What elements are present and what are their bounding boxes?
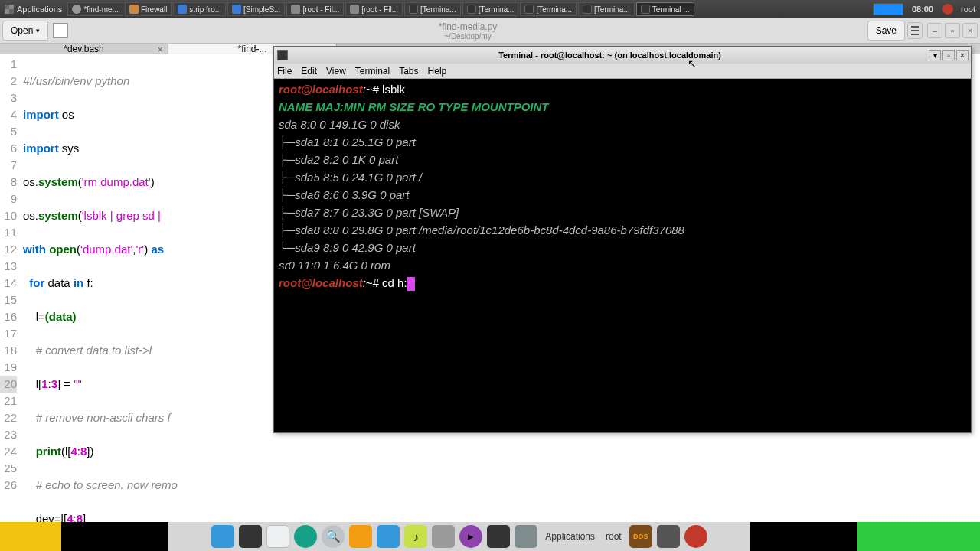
lsblk-row: ├─sda6 8:6 0 3.9G 0 part <box>279 186 966 204</box>
terminal-body[interactable]: root@localhost:~# lsblk NAME MAJ:MIN RM … <box>274 79 971 432</box>
dosbox-launcher[interactable]: DOS <box>629 525 652 548</box>
applications-menu[interactable]: Applications <box>0 5 67 14</box>
files-icon <box>350 5 359 14</box>
browser-launcher[interactable] <box>294 525 317 548</box>
taskbar: *find-me... Firewall strip fro... [Simpl… <box>67 2 871 17</box>
save-button[interactable]: Save <box>867 21 905 41</box>
dock-apps-label[interactable]: Applications <box>542 531 598 542</box>
record-launcher[interactable] <box>684 525 707 548</box>
clock[interactable]: 08:00 <box>906 5 939 14</box>
task-term2[interactable]: [Termina... <box>462 2 519 16</box>
menu-view[interactable]: View <box>326 66 346 77</box>
terminal-title: Terminal - root@localhost: ~ (on localho… <box>291 51 929 60</box>
dock-segment-black[interactable] <box>61 522 168 551</box>
task-simples[interactable]: [SimpleS... <box>227 2 285 16</box>
maximize-button[interactable]: ▫ <box>942 50 955 60</box>
window-title: *find-media.py ~/Desktop/my <box>68 21 867 41</box>
files-launcher[interactable] <box>211 525 234 548</box>
menu-help[interactable]: Help <box>428 66 447 77</box>
task-find-me[interactable]: *find-me... <box>67 2 123 16</box>
terminal-menubar: File Edit View Terminal Tabs Help <box>274 64 971 79</box>
lsblk-row: └─sda9 8:9 0 42.9G 0 part <box>279 239 966 256</box>
line-gutter: 123456789 10111213141516171819 202122232… <box>0 54 20 551</box>
terminal-icon <box>583 5 592 14</box>
chevron-down-icon: ▾ <box>36 27 40 34</box>
window-controls: – ▫ × <box>927 23 978 38</box>
terminal-icon <box>524 5 534 14</box>
gedit-headerbar: Open▾ *find-media.py ~/Desktop/my Save –… <box>0 18 980 44</box>
dock-segment-green[interactable] <box>858 522 980 551</box>
terminal-icon <box>277 50 288 60</box>
minimize-button[interactable]: – <box>927 23 942 38</box>
folder-launcher[interactable] <box>349 525 372 548</box>
lsblk-row: ├─sda8 8:8 0 29.8G 0 part /media/root/1c… <box>279 221 966 239</box>
task-strip[interactable]: strip fro... <box>173 2 226 16</box>
gedit-icon <box>72 5 81 14</box>
menu-edit[interactable]: Edit <box>301 66 317 77</box>
task-firewall[interactable]: Firewall <box>125 2 172 16</box>
search-launcher[interactable]: 🔍 <box>322 525 345 548</box>
browser-icon <box>232 5 241 14</box>
new-document-button[interactable] <box>53 23 68 38</box>
lsblk-header: NAME MAJ:MIN RM SIZE RO TYPE MOUNTPOINT <box>279 98 966 116</box>
menu-file[interactable]: File <box>277 66 292 77</box>
disk-launcher[interactable] <box>657 525 680 548</box>
apps-grid-icon <box>5 5 14 14</box>
lsblk-row: sr0 11:0 1 6.4G 0 rom <box>279 256 966 274</box>
lsblk-row: sda 8:0 0 149.1G 0 disk <box>279 116 966 133</box>
media-launcher[interactable]: ▸ <box>459 525 482 548</box>
tab-dev-bash[interactable]: *dev.bash× <box>0 44 168 54</box>
notes-launcher[interactable] <box>432 525 455 548</box>
files-icon <box>291 5 300 14</box>
close-button[interactable]: × <box>962 23 978 38</box>
dock-segment-yellow[interactable] <box>0 522 61 551</box>
bottom-dock: 🔍 ♪ ▸ Applications root DOS <box>0 522 980 551</box>
terminal-launcher[interactable] <box>239 525 262 548</box>
user-menu[interactable]: root <box>956 5 980 14</box>
task-term3[interactable]: [Termina... <box>520 2 577 16</box>
terminal-icon <box>409 5 418 14</box>
hamburger-menu[interactable] <box>907 22 923 39</box>
task-root-fil2[interactable]: [root - Fil... <box>345 2 403 16</box>
terminal-window-controls: ▾ ▫ × <box>929 50 969 60</box>
top-panel: Applications *find-me... Firewall strip … <box>0 0 980 18</box>
music-launcher[interactable]: ♪ <box>404 525 427 548</box>
task-term1[interactable]: [Termina... <box>404 2 461 16</box>
task-term5[interactable]: Terminal ... <box>636 2 694 16</box>
display-launcher[interactable] <box>487 525 510 548</box>
lsblk-row: ├─sda1 8:1 0 25.1G 0 part <box>279 133 966 151</box>
terminal-titlebar[interactable]: Terminal - root@localhost: ~ (on localho… <box>274 47 971 64</box>
terminal-cursor <box>407 277 415 291</box>
minimize-button[interactable]: ▾ <box>929 50 941 60</box>
terminal-icon <box>467 5 476 14</box>
dock-root-label[interactable]: root <box>603 531 625 542</box>
close-button[interactable]: × <box>956 50 969 60</box>
maximize-button[interactable]: ▫ <box>945 23 960 38</box>
gedit-launcher[interactable] <box>266 525 289 548</box>
browser-icon <box>178 5 187 14</box>
dock-segment-black2[interactable] <box>750 522 858 551</box>
lsblk-row: ├─sda5 8:5 0 24.1G 0 part / <box>279 168 966 186</box>
chat-launcher[interactable] <box>377 525 400 548</box>
task-term4[interactable]: [Termina... <box>578 2 635 16</box>
open-button[interactable]: Open▾ <box>2 21 48 41</box>
menu-tabs[interactable]: Tabs <box>399 66 418 77</box>
tools-launcher[interactable] <box>514 525 537 548</box>
menu-terminal[interactable]: Terminal <box>355 66 390 77</box>
lsblk-row: ├─sda7 8:7 0 23.3G 0 part [SWAP] <box>279 204 966 221</box>
firewall-icon <box>129 5 139 14</box>
terminal-icon <box>641 5 650 14</box>
close-icon[interactable]: × <box>157 44 163 55</box>
workspace-switcher[interactable] <box>873 3 903 15</box>
dock-launcher: 🔍 ♪ ▸ Applications root DOS <box>168 522 750 551</box>
terminal-window: Terminal - root@localhost: ~ (on localho… <box>273 46 972 433</box>
task-root-fil1[interactable]: [root - Fil... <box>286 2 344 16</box>
lsblk-row: ├─sda2 8:2 0 1K 0 part <box>279 151 966 168</box>
power-icon[interactable] <box>942 4 953 15</box>
